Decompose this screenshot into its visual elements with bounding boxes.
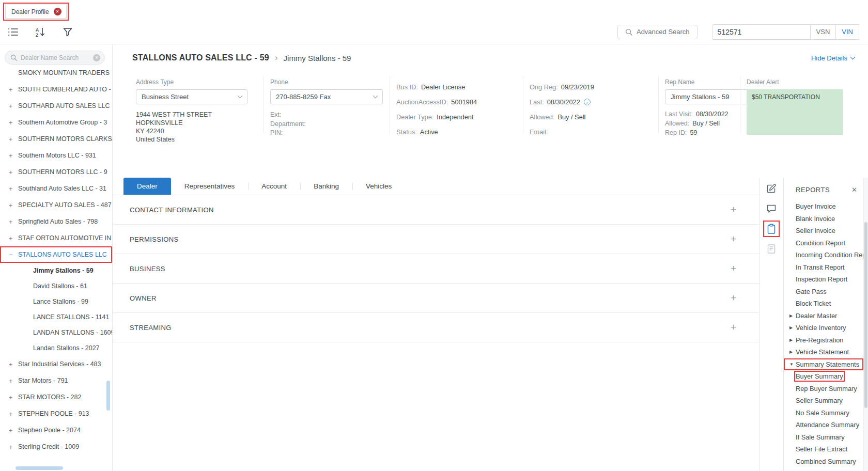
report-item[interactable]: Blank Invoice bbox=[784, 213, 863, 225]
expand-icon[interactable]: + bbox=[731, 204, 736, 215]
report-item[interactable]: ▶ Dealer Master bbox=[784, 310, 863, 322]
report-item[interactable]: Seller File Extract bbox=[784, 443, 863, 456]
tree-arrow-icon[interactable]: ▶ bbox=[789, 325, 793, 330]
expand-icon[interactable]: + bbox=[731, 263, 736, 274]
dealer-tree-item[interactable]: + Southland Auto Sales LLC - 31 bbox=[0, 180, 112, 197]
clear-search-icon[interactable]: ✕ bbox=[93, 54, 100, 61]
dealer-tree-item[interactable]: SMOKY MOUNTAIN TRADERS bbox=[0, 69, 112, 81]
dealer-tree-item[interactable]: + SOUTHARD AUTO SALES LLC bbox=[0, 98, 112, 114]
tree-toggle-icon[interactable]: − bbox=[9, 251, 18, 259]
report-item[interactable]: Gate Pass bbox=[784, 286, 863, 298]
report-item[interactable]: Rep Buyer Summary bbox=[784, 383, 863, 395]
edit-icon[interactable] bbox=[765, 182, 778, 195]
tab[interactable]: Account bbox=[248, 178, 300, 195]
dealer-tree-item[interactable]: + STAF ORTON AUTOMOTIVE IN bbox=[0, 230, 112, 246]
dealer-tree-item[interactable]: + SPECIALTY AUTO SALES - 487 bbox=[0, 197, 112, 213]
filter-icon[interactable] bbox=[61, 25, 74, 39]
tree-toggle-icon[interactable]: + bbox=[9, 201, 18, 209]
phone-select[interactable]: 270-885-8259 Fax bbox=[270, 89, 383, 104]
dealer-tree-item[interactable]: + Southern Automotive Group - 3 bbox=[0, 114, 112, 131]
dealer-tree-item[interactable]: + SOUTHERN MOTORS CLARKS bbox=[0, 131, 112, 147]
tree-toggle-icon[interactable]: + bbox=[9, 218, 18, 226]
window-tab-dealer-profile[interactable]: Dealer Profile ✕ bbox=[5, 5, 67, 19]
tree-arrow-icon[interactable]: ▼ bbox=[789, 362, 794, 367]
dealer-tree-item[interactable]: + Star Motors - 791 bbox=[0, 372, 112, 389]
dealer-tree-item[interactable]: + SOUTHERN MOTORS LLC - 9 bbox=[0, 164, 112, 180]
report-item[interactable]: Seller Summary bbox=[784, 395, 863, 407]
tree-toggle-icon[interactable]: + bbox=[9, 443, 18, 451]
tree-toggle-icon[interactable]: + bbox=[9, 234, 18, 242]
vin-toggle[interactable]: VIN bbox=[835, 25, 859, 39]
report-item[interactable]: Incoming Condition Rep bbox=[784, 249, 863, 261]
dealer-tree-item[interactable]: + Springfield Auto Sales - 798 bbox=[0, 213, 112, 230]
tree-arrow-icon[interactable]: ▶ bbox=[789, 313, 793, 318]
tree-toggle-icon[interactable]: + bbox=[9, 377, 18, 385]
report-item[interactable]: No Sale Summary bbox=[784, 407, 863, 419]
close-icon[interactable]: ✕ bbox=[851, 186, 857, 194]
tree-toggle-icon[interactable]: + bbox=[9, 168, 18, 176]
tab[interactable]: Representatives bbox=[171, 178, 249, 195]
report-item[interactable]: If Sale Summary bbox=[784, 431, 863, 444]
reports-scrollbar[interactable] bbox=[863, 178, 868, 471]
sidebar-vertical-scrollbar[interactable] bbox=[106, 381, 110, 411]
tree-toggle-icon[interactable]: + bbox=[9, 410, 18, 418]
tree-toggle-icon[interactable]: + bbox=[9, 394, 18, 401]
report-item[interactable]: Seller Invoice bbox=[784, 225, 863, 237]
dealer-tree-item[interactable]: Landan Stallons - 2027 bbox=[0, 340, 112, 356]
expand-icon[interactable]: + bbox=[731, 233, 736, 245]
accordion-section[interactable]: OWNER + bbox=[113, 284, 759, 313]
dealer-tree-item[interactable]: − STALLONS AUTO SALES LLC bbox=[0, 246, 112, 263]
tree-arrow-icon[interactable]: ▶ bbox=[789, 350, 793, 354]
accordion-section[interactable]: BUSINESS + bbox=[113, 254, 759, 284]
dealer-tree-item[interactable]: LANDAN STALLONS - 1609 bbox=[0, 325, 112, 340]
report-item[interactable]: ▶ Vehicle Inventory bbox=[784, 322, 863, 334]
clipboard-reports-icon[interactable] bbox=[765, 222, 778, 236]
sort-az-icon[interactable]: AZ bbox=[34, 25, 47, 39]
expand-icon[interactable]: + bbox=[731, 292, 736, 304]
scrollbar-thumb[interactable] bbox=[864, 222, 867, 408]
accordion-section[interactable]: PERMISSIONS + bbox=[113, 225, 759, 254]
report-item[interactable]: Buyer Summary bbox=[784, 370, 863, 383]
vsn-search-input[interactable] bbox=[712, 24, 811, 40]
tree-toggle-icon[interactable]: + bbox=[9, 135, 18, 143]
dealer-search-box[interactable]: Dealer Name Search ✕ bbox=[5, 51, 105, 65]
report-item[interactable]: Inspection Report bbox=[784, 273, 863, 286]
accordion-section[interactable]: CONTACT INFORMATION + bbox=[113, 195, 759, 225]
dealer-tree-item[interactable]: + SOUTH CUMBERLAND AUTO - bbox=[0, 81, 112, 98]
tree-toggle-icon[interactable]: + bbox=[9, 86, 18, 93]
report-item[interactable]: Attendance Summary bbox=[784, 419, 863, 431]
breadcrumb-dealer[interactable]: STALLONS AUTO SALES LLC - 59 bbox=[132, 53, 269, 62]
list-view-icon[interactable] bbox=[6, 26, 20, 38]
report-item[interactable]: Block Ticket bbox=[784, 297, 863, 310]
comment-icon[interactable] bbox=[765, 202, 778, 215]
tree-toggle-icon[interactable]: + bbox=[9, 185, 18, 193]
sidebar-horizontal-scrollbar[interactable] bbox=[16, 466, 63, 470]
dealer-tree-item[interactable]: + STEPHEN POOLE - 913 bbox=[0, 405, 112, 422]
dealer-tree-item[interactable]: LANCE STALLONS - 1141 bbox=[0, 309, 112, 325]
dealer-tree-item[interactable]: + STAR MOTORS - 282 bbox=[0, 389, 112, 405]
tree-toggle-icon[interactable]: + bbox=[9, 427, 18, 434]
tab[interactable]: Vehicles bbox=[352, 178, 405, 195]
report-item[interactable]: ▼ Summary Statements bbox=[784, 358, 863, 371]
report-item[interactable]: ▶ Pre-Registration bbox=[784, 334, 863, 347]
dealer-tree-item[interactable]: + Star Industrial Services - 483 bbox=[0, 356, 112, 372]
info-icon[interactable]: i bbox=[584, 99, 591, 105]
tab[interactable]: Banking bbox=[300, 178, 352, 195]
report-item[interactable]: Buyer Invoice bbox=[784, 200, 863, 213]
dealer-tree-item[interactable]: David Stallons - 61 bbox=[0, 278, 112, 294]
report-item[interactable]: Combined Summary bbox=[784, 456, 863, 468]
vsn-toggle[interactable]: VSN bbox=[811, 25, 836, 39]
accordion-section[interactable]: STREAMING + bbox=[113, 313, 759, 342]
dealer-tree-item[interactable]: + Sterling Credit - 1009 bbox=[0, 438, 112, 455]
expand-icon[interactable]: + bbox=[731, 322, 736, 333]
file-report-icon[interactable] bbox=[765, 242, 778, 256]
tab-close-icon[interactable]: ✕ bbox=[54, 8, 61, 15]
report-item[interactable]: Condition Report bbox=[784, 237, 863, 249]
dealer-tree-item[interactable]: Jimmy Stallons - 59 bbox=[0, 263, 112, 278]
dealer-tree-item[interactable]: + Stephen Poole - 2074 bbox=[0, 422, 112, 438]
dealer-tree-item[interactable]: + Southern Motors LLC - 931 bbox=[0, 147, 112, 164]
tree-toggle-icon[interactable]: + bbox=[9, 119, 18, 127]
report-item[interactable]: ▶ Vehicle Statement bbox=[784, 346, 863, 358]
tree-toggle-icon[interactable]: + bbox=[9, 360, 18, 368]
advanced-search-button[interactable]: Advanced Search bbox=[617, 25, 698, 39]
